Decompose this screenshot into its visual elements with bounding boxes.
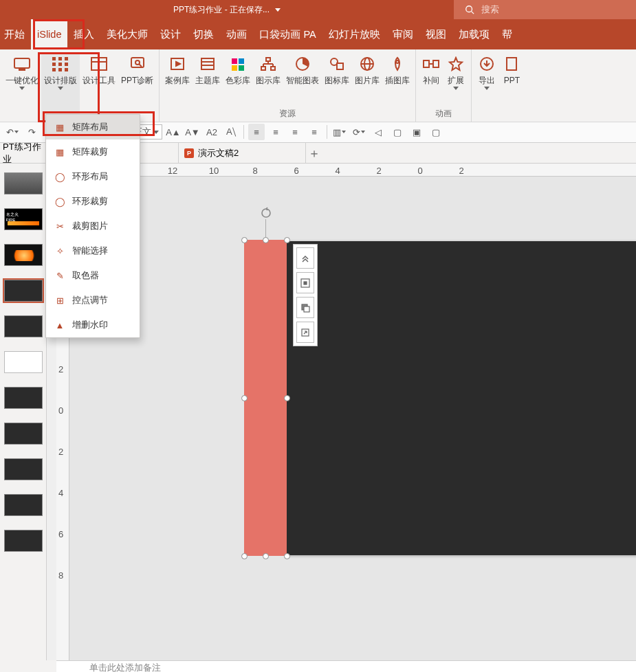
menu-matrix-crop[interactable]: ▦矩阵裁剪 xyxy=(46,139,140,164)
handle-nw[interactable] xyxy=(241,237,248,243)
more-button[interactable]: ▢ xyxy=(428,124,444,140)
slide-canvas[interactable] xyxy=(287,241,636,555)
menu-ring-crop[interactable]: ◯环形裁剪 xyxy=(46,189,140,214)
float-layer[interactable] xyxy=(296,297,314,318)
slide-thumb-11[interactable] xyxy=(4,530,43,552)
tab-insert[interactable]: 插入 xyxy=(67,19,100,49)
btn-oneclick-opt[interactable]: 一键优化 xyxy=(3,52,41,122)
tab-design[interactable]: 设计 xyxy=(154,19,187,49)
handle-e[interactable] xyxy=(284,395,290,401)
notes-pane[interactable]: 单击此处添加备注 xyxy=(56,660,636,672)
menu-crop-pic[interactable]: ✂裁剪图片 xyxy=(46,214,140,238)
distribute-button[interactable]: ▥ xyxy=(331,124,348,140)
btn-color-lib[interactable]: 色彩库 xyxy=(223,52,253,108)
btn-image-lib[interactable]: 图片库 xyxy=(352,52,382,108)
slide-thumb-5[interactable] xyxy=(4,315,43,337)
svg-rect-21 xyxy=(201,58,214,69)
tab-transition[interactable]: 切换 xyxy=(187,19,220,49)
btn-theme-lib[interactable]: 主题库 xyxy=(193,52,223,108)
diagnose-icon xyxy=(128,54,147,74)
search-placeholder: 搜索 xyxy=(481,3,499,16)
title-dropdown-icon[interactable] xyxy=(275,8,281,12)
tab-islide[interactable]: iSlide xyxy=(31,19,67,49)
undo-button[interactable]: ↶ xyxy=(4,124,21,140)
slide-thumb-2[interactable]: 名之火FIRE xyxy=(4,208,43,230)
float-align[interactable] xyxy=(296,272,314,293)
float-resize[interactable] xyxy=(296,322,314,343)
align-justify-button[interactable]: ≡ xyxy=(306,124,322,140)
doc-tab-0[interactable]: PT练习作业 xyxy=(0,143,52,163)
slide-thumb-8[interactable] xyxy=(4,423,43,445)
tab-home[interactable]: 开始 xyxy=(2,19,31,49)
btn-export[interactable]: 导出 xyxy=(474,52,499,122)
tab-pocket[interactable]: 口袋动画 PA xyxy=(253,19,322,49)
menu-eyedropper[interactable]: ✎取色器 xyxy=(46,263,140,288)
doc-tab-2[interactable]: P演示文稿2 xyxy=(179,143,306,163)
menu-smart-select[interactable]: ✧智能选择 xyxy=(46,238,140,263)
btn-smart-chart[interactable]: 智能图表 xyxy=(283,52,322,108)
slide-thumb-7[interactable] xyxy=(4,387,43,409)
design-layout-menu: ▦矩阵布局 ▦矩阵裁剪 ◯环形布局 ◯环形裁剪 ✂裁剪图片 ✧智能选择 ✎取色器… xyxy=(45,114,140,338)
tab-addins[interactable]: 加载项 xyxy=(452,19,496,49)
btn-diagram-lib[interactable]: 图示库 xyxy=(253,52,283,108)
btn-design-layout[interactable]: 设计排版 xyxy=(41,52,80,122)
redo-button[interactable]: ↷ xyxy=(23,124,40,140)
slide-thumb-9[interactable] xyxy=(4,458,43,480)
btn-design-tools[interactable]: 设计工具 xyxy=(80,52,118,122)
rocket-icon xyxy=(388,54,407,74)
tab-review[interactable]: 审阅 xyxy=(386,19,419,49)
svg-point-49 xyxy=(262,209,270,217)
tab-help[interactable]: 帮 xyxy=(496,19,518,49)
tab-beautify[interactable]: 美化大师 xyxy=(100,19,154,49)
menu-control-point[interactable]: ⊞控点调节 xyxy=(46,288,140,313)
search-box[interactable]: 搜索 xyxy=(454,0,636,19)
menu-ring-layout[interactable]: ◯环形布局 xyxy=(46,164,140,189)
slide-thumb-1[interactable] xyxy=(4,172,43,194)
slide-thumb-3[interactable] xyxy=(4,244,43,266)
add-tab-button[interactable]: ＋ xyxy=(306,143,322,163)
tab-view[interactable]: 视图 xyxy=(419,19,452,49)
menu-matrix-layout[interactable]: ▦矩阵布局 xyxy=(46,115,140,139)
slide-thumb-6[interactable] xyxy=(4,351,43,373)
svg-rect-9 xyxy=(65,63,68,66)
handle-sw[interactable] xyxy=(241,553,248,559)
title-bar: PPT练习作业 - 正在保存... 搜索 xyxy=(0,0,636,19)
grow-font-button[interactable]: A▲ xyxy=(165,124,182,140)
optimize-icon xyxy=(12,54,32,74)
handle-se[interactable] xyxy=(284,553,290,559)
rotate-handle[interactable] xyxy=(260,207,272,219)
group-button[interactable]: ▢ xyxy=(389,124,406,140)
svg-rect-11 xyxy=(58,68,62,71)
align-left-button[interactable]: ≡ xyxy=(248,124,265,140)
selected-shape[interactable] xyxy=(244,240,287,556)
rotate-button[interactable]: ⟳ xyxy=(351,124,367,140)
btn-clipart-lib[interactable]: 插图库 xyxy=(382,52,413,108)
float-collapse[interactable] xyxy=(296,247,314,269)
handle-ne[interactable] xyxy=(284,237,290,243)
superscript-button[interactable]: A2 xyxy=(204,124,220,140)
btn-icon-lib[interactable]: 图标库 xyxy=(322,52,352,108)
svg-rect-42 xyxy=(424,60,429,67)
btn-extend[interactable]: 扩展 xyxy=(443,52,468,108)
ungroup-button[interactable]: ▣ xyxy=(408,124,425,140)
handle-s[interactable] xyxy=(263,553,269,559)
btn-ppt-diag[interactable]: PPT诊断 xyxy=(118,52,156,122)
align-right-button[interactable]: ≡ xyxy=(287,124,303,140)
arrange-button[interactable]: ◁ xyxy=(370,124,386,140)
menu-watermark[interactable]: ▲增删水印 xyxy=(46,313,140,337)
floating-toolbar xyxy=(293,244,318,346)
slide-thumb-10[interactable] xyxy=(4,494,43,516)
handle-w[interactable] xyxy=(241,395,248,401)
btn-case-lib[interactable]: 案例库 xyxy=(162,52,193,108)
stamp-icon: ▲ xyxy=(54,320,65,331)
matrix-icon: ▦ xyxy=(54,122,65,133)
shrink-font-button[interactable]: A▼ xyxy=(184,124,201,140)
tab-slideshow[interactable]: 幻灯片放映 xyxy=(322,19,386,49)
slide-thumb-4[interactable] xyxy=(4,280,43,302)
btn-ppt-more[interactable]: PPT xyxy=(499,52,524,122)
tab-animation[interactable]: 动画 xyxy=(220,19,253,49)
handle-n[interactable] xyxy=(263,237,269,243)
align-center-button[interactable]: ≡ xyxy=(267,124,284,140)
btn-tween[interactable]: 补间 xyxy=(419,52,443,108)
clear-format-button[interactable]: A⧹ xyxy=(223,124,239,140)
